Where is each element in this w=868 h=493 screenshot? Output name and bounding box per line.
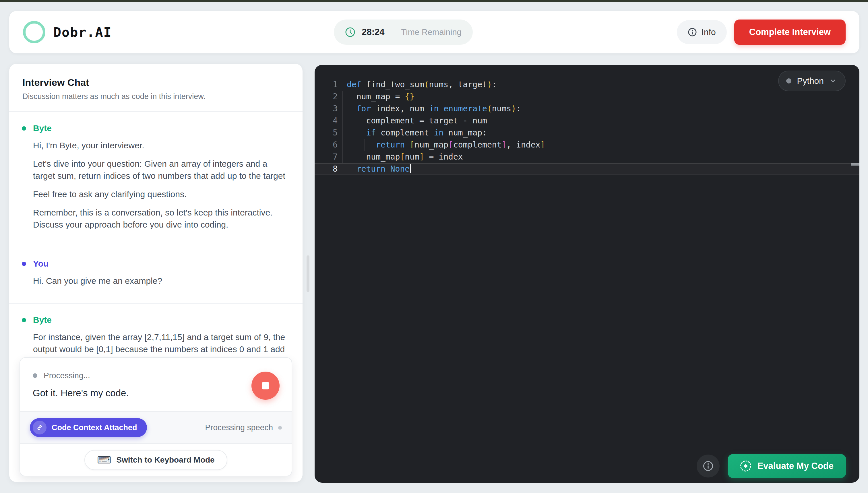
brand-logo-icon	[23, 21, 45, 43]
line-number: 3	[315, 103, 338, 115]
line-number: 1	[315, 79, 338, 91]
header-bar: Dobr.AI 28:24 Time Remaining Info Comple…	[9, 11, 860, 53]
message-sender: Byte	[22, 315, 288, 325]
chat-header: Interview Chat Discussion matters as muc…	[9, 64, 302, 112]
line-number: 4	[315, 115, 338, 127]
code-editor-panel: 1def find_two_sum(nums, target):2 num_ma…	[315, 65, 860, 483]
evaluate-code-button[interactable]: Evaluate My Code	[728, 454, 846, 478]
chat-message: YouHi. Can you give me an example?	[9, 248, 302, 304]
code-line[interactable]: 6 return [num_map[complement], index]	[315, 139, 860, 151]
app-window: Dobr.AI 28:24 Time Remaining Info Comple…	[0, 0, 868, 493]
info-icon	[703, 460, 714, 471]
evaluate-sparkle-icon	[740, 460, 751, 471]
code-context-badge-label: Code Context Attached	[52, 423, 137, 432]
top-strip	[0, 0, 868, 2]
timer-value: 28:24	[362, 27, 384, 37]
code-line-content: num_map = {}	[347, 91, 415, 103]
composer-transcript-row: Processing... Got it. Here's my code.	[20, 358, 292, 411]
chat-messages: ByteHi, I'm Byte, your interviewer.Let's…	[9, 112, 302, 383]
speech-status-dot-icon	[278, 426, 282, 430]
header-actions: Info Complete Interview	[677, 20, 846, 45]
code-line[interactable]: 3 for index, num in enumerate(nums):	[315, 103, 860, 115]
speech-status: Processing speech	[205, 423, 282, 432]
interview-chat-panel: Interview Chat Discussion matters as muc…	[9, 64, 302, 482]
message-paragraph: Hi. Can you give me an example?	[33, 275, 288, 287]
timer-label: Time Remaining	[401, 27, 462, 37]
code-line-content: def find_two_sum(nums, target):	[347, 79, 497, 91]
language-selected-value: Python	[797, 76, 824, 86]
code-line-content: if complement in num_map:	[347, 127, 487, 139]
editor-info-button[interactable]	[697, 454, 720, 477]
chat-subtitle: Discussion matters as much as code in th…	[22, 92, 289, 101]
sender-dot-icon	[22, 318, 26, 322]
link-icon	[33, 421, 46, 434]
sender-name: You	[33, 259, 48, 269]
keyboard-icon: ⌨	[97, 455, 111, 465]
code-line[interactable]: 7 num_map[num] = index	[315, 151, 860, 163]
evaluate-code-label: Evaluate My Code	[758, 461, 833, 471]
chat-scrollbar-thumb[interactable]	[306, 255, 310, 292]
processing-status: Processing...	[33, 371, 279, 380]
brand: Dobr.AI	[23, 21, 112, 43]
code-line-content: num_map[num] = index	[347, 151, 463, 163]
line-number: 7	[315, 151, 338, 163]
voice-composer-card: Processing... Got it. Here's my code.	[20, 357, 292, 476]
code-line[interactable]: 5 if complement in num_map:	[315, 127, 860, 139]
sender-name: Byte	[33, 315, 52, 325]
timer-divider	[393, 26, 393, 38]
sender-dot-icon	[22, 262, 26, 266]
line-number: 8	[315, 163, 338, 175]
processing-dot-icon	[33, 373, 37, 378]
language-selector[interactable]: Python	[778, 70, 846, 91]
stop-recording-button[interactable]	[251, 372, 280, 400]
info-button[interactable]: Info	[677, 20, 727, 44]
message-paragraph: Let's dive into your question: Given an …	[33, 158, 288, 182]
brand-name: Dobr.AI	[54, 25, 112, 40]
chevron-down-icon	[829, 78, 837, 84]
code-line[interactable]: 2 num_map = {}	[315, 91, 860, 103]
code-line[interactable]: 1def find_two_sum(nums, target):	[315, 79, 860, 91]
complete-interview-button[interactable]: Complete Interview	[734, 20, 846, 45]
switch-keyboard-mode-button[interactable]: ⌨ Switch to Keyboard Mode	[84, 450, 227, 470]
editor-actions: Evaluate My Code	[697, 454, 846, 478]
message-paragraph: Feel free to ask any clarifying question…	[33, 188, 288, 200]
code-line[interactable]: 8 return None	[315, 163, 860, 175]
code-context-badge[interactable]: Code Context Attached	[30, 418, 147, 437]
info-button-label: Info	[701, 27, 716, 37]
code-line-content: for index, num in enumerate(nums):	[347, 103, 521, 115]
message-paragraph: Hi, I'm Byte, your interviewer.	[33, 140, 288, 151]
info-icon	[688, 27, 697, 37]
code-line[interactable]: 4 complement = target - num	[315, 115, 860, 127]
chat-message: ByteHi, I'm Byte, your interviewer.Let's…	[9, 112, 302, 248]
line-number: 2	[315, 91, 338, 103]
sender-dot-icon	[22, 126, 26, 131]
stop-icon	[262, 382, 269, 389]
switch-keyboard-mode-label: Switch to Keyboard Mode	[116, 455, 214, 465]
message-sender: Byte	[22, 123, 288, 133]
code-editor[interactable]: 1def find_two_sum(nums, target):2 num_ma…	[315, 65, 860, 483]
message-sender: You	[22, 259, 288, 269]
line-number: 6	[315, 139, 338, 151]
language-dot-icon	[786, 78, 791, 84]
text-cursor	[410, 164, 411, 173]
chat-title: Interview Chat	[22, 77, 289, 88]
processing-label: Processing...	[44, 371, 90, 380]
sender-name: Byte	[33, 123, 52, 133]
line-number: 5	[315, 127, 338, 139]
composer-mode-row: ⌨ Switch to Keyboard Mode	[20, 444, 292, 476]
clock-icon	[345, 27, 355, 37]
message-paragraph: Remember, this is a conversation, so let…	[33, 207, 288, 231]
code-line-content: complement = target - num	[347, 115, 487, 127]
live-transcript: Got it. Here's my code.	[33, 388, 279, 399]
speech-status-label: Processing speech	[205, 423, 273, 432]
timer-pill: 28:24 Time Remaining	[334, 20, 473, 45]
code-line-content: return [num_map[complement], index]	[347, 139, 545, 151]
composer-status-row: Code Context Attached Processing speech	[20, 411, 292, 444]
code-line-content: return None	[347, 163, 411, 175]
code-lines: 1def find_two_sum(nums, target):2 num_ma…	[315, 65, 860, 175]
